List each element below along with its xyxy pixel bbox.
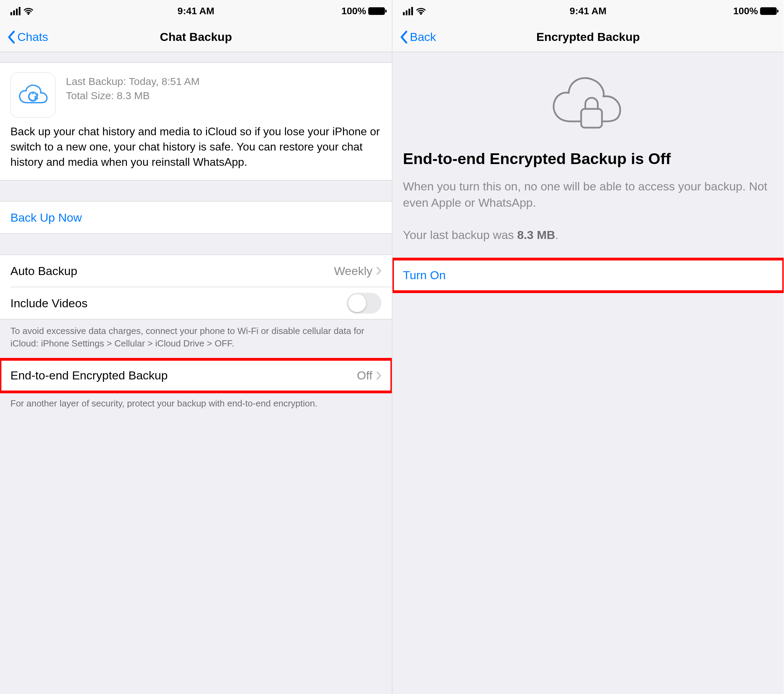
svg-rect-3 (581, 109, 602, 128)
include-videos-label: Include Videos (10, 297, 87, 310)
backup-description: Back up your chat history and media to i… (0, 124, 392, 180)
e2e-status-desc: When you turn this on, no one will be ab… (403, 178, 773, 211)
phone-left: 9:41 AM 100% Chats Chat Backup Last Back… (0, 0, 392, 694)
cloud-lock-icon (547, 66, 630, 135)
status-time: 9:41 AM (392, 5, 784, 16)
backup-now-section: Back Up Now (0, 201, 392, 234)
e2e-status-title: End-to-end Encrypted Backup is Off (403, 149, 773, 178)
page-title: Encrypted Backup (392, 30, 784, 44)
status-time: 9:41 AM (0, 5, 392, 16)
auto-backup-value: Weekly (334, 264, 372, 278)
last-backup-size-note: Your last backup was 8.3 MB. (403, 227, 773, 243)
total-size-value: 8.3 MB (117, 90, 150, 101)
e2e-backup-label: End-to-end Encrypted Backup (10, 369, 168, 382)
data-charges-note: To avoid excessive data charges, connect… (0, 320, 392, 359)
last-backup-label: Last Backup: (66, 76, 126, 87)
battery-icon (760, 7, 777, 15)
auto-backup-label: Auto Backup (10, 264, 77, 278)
hero-section (392, 52, 784, 149)
chevron-right-icon (376, 371, 381, 381)
last-backup-size: 8.3 MB (517, 228, 555, 241)
cloud-sync-icon (10, 73, 56, 117)
e2e-backup-section: End-to-end Encrypted Backup Off (0, 359, 392, 392)
battery-icon (368, 7, 385, 15)
back-up-now-button[interactable]: Back Up Now (0, 201, 392, 233)
auto-backup-row[interactable]: Auto Backup Weekly (0, 255, 392, 287)
nav-bar: Chats Chat Backup (0, 22, 392, 52)
include-videos-row: Include Videos (0, 287, 392, 319)
chevron-right-icon (376, 266, 381, 276)
phone-right: 9:41 AM 100% Back Encrypted Backup End-t… (392, 0, 784, 694)
nav-bar: Back Encrypted Backup (392, 22, 784, 52)
page-title: Chat Backup (0, 30, 392, 44)
e2e-note: For another layer of security, protect y… (0, 392, 392, 419)
turn-on-button[interactable]: Turn On (392, 259, 784, 291)
last-backup-suffix: . (555, 228, 558, 241)
last-backup-prefix: Your last backup was (403, 228, 517, 241)
backup-info-section: Last Backup: Today, 8:51 AM Total Size: … (0, 63, 392, 180)
e2e-backup-row[interactable]: End-to-end Encrypted Backup Off (0, 359, 392, 392)
total-size-label: Total Size: (66, 90, 114, 101)
status-bar: 9:41 AM 100% (392, 0, 784, 22)
turn-on-label: Turn On (403, 269, 446, 282)
e2e-backup-value: Off (357, 369, 372, 382)
last-backup-value: Today, 8:51 AM (128, 76, 200, 87)
include-videos-toggle[interactable] (347, 293, 381, 313)
backup-options-section: Auto Backup Weekly Include Videos (0, 255, 392, 320)
turn-on-section: Turn On (392, 259, 784, 292)
back-up-now-label: Back Up Now (10, 211, 82, 224)
status-bar: 9:41 AM 100% (0, 0, 392, 22)
